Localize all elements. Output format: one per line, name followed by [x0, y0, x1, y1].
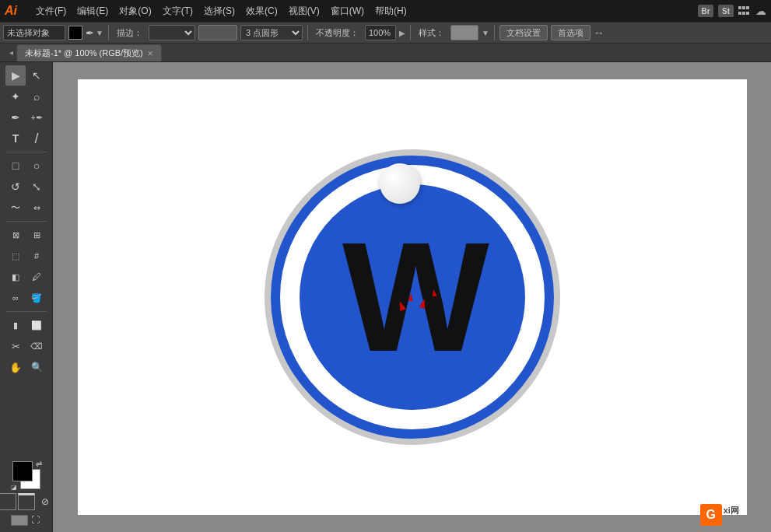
fill-color-swatch[interactable] [68, 26, 82, 40]
slice-tool[interactable]: ✂ [5, 336, 26, 356]
tool-row-1: ▶ ↖ [5, 65, 47, 86]
style-label: 样式： [415, 27, 447, 39]
artboard: W [78, 79, 747, 515]
stroke-mode[interactable] [18, 493, 35, 510]
tool-row-4: T / [5, 128, 47, 149]
fill-mode[interactable] [0, 493, 16, 510]
spark-2 [408, 293, 413, 301]
workspace-switcher[interactable] [738, 6, 751, 16]
menu-text[interactable]: 文字(T) [158, 3, 198, 19]
perspective-tool[interactable]: ⬚ [5, 246, 26, 266]
tool-row-14: ✋ 🔍 [5, 357, 47, 377]
eraser-tool[interactable]: ⌫ [26, 336, 47, 356]
menu-select[interactable]: 选择(S) [199, 3, 240, 19]
blend-tool[interactable]: ∞ [5, 288, 26, 308]
eyedropper-tool[interactable]: 🖊 [26, 267, 47, 287]
zoom-tool[interactable]: 🔍 [26, 357, 47, 377]
rect-tool[interactable]: □ [5, 156, 26, 176]
canvas-area: W G xi网 system.com [53, 62, 771, 532]
tool-row-7: 〜 ⇔ [5, 198, 47, 218]
menu-effect[interactable]: 效果(C) [241, 3, 282, 19]
main-area: ▶ ↖ ✦ ⌕ ✒ +✒ T / □ ○ ↺ ⤡ 〜 ⇔ ⊠ [0, 62, 771, 532]
cloud-icon[interactable]: ☁ [755, 5, 766, 17]
bridge-icon[interactable]: Br [698, 5, 713, 17]
color-boxes: ⇌ ◪ ⊘ ⛶ [0, 458, 57, 529]
menu-edit[interactable]: 编辑(E) [72, 3, 113, 19]
pen-options[interactable]: ✒ ▼ [86, 27, 103, 39]
width-tool[interactable]: ⇔ [26, 198, 47, 218]
menu-help[interactable]: 帮助(H) [370, 3, 412, 19]
stock-icon[interactable]: St [718, 5, 734, 17]
menu-view[interactable]: 视图(V) [284, 3, 324, 19]
mesh-tool[interactable]: # [26, 246, 47, 266]
title-bar: Ai 文件(F) 编辑(E) 对象(O) 文字(T) 选择(S) 效果(C) 视… [0, 0, 771, 22]
tool-separator-1 [6, 152, 47, 152]
logo-artwork: W [265, 149, 560, 445]
menu-bar: 文件(F) 编辑(E) 对象(O) 文字(T) 选择(S) 效果(C) 视图(V… [31, 3, 412, 19]
selection-tool[interactable]: ▶ [5, 65, 26, 86]
tab-label: 未标题-1* @ 100% (RGB/预览) [25, 47, 143, 59]
watermark-text: xi网 system.com [724, 505, 765, 525]
tool-row-6: ↺ ⤡ [5, 177, 47, 197]
foreground-color[interactable] [12, 461, 33, 481]
points-select[interactable]: 3 点圆形 [240, 25, 303, 40]
tab-bar: ◂ 未标题-1* @ 100% (RGB/预览) × [0, 44, 771, 62]
options-toolbar: ✒ ▼ 描边： 3 点圆形 不透明度： ▶ 样式： ▼ 文档设置 首选项 ↔ [0, 22, 771, 44]
free-transform-tool[interactable]: ⊠ [5, 225, 26, 245]
gradient-tool[interactable]: ◧ [5, 267, 26, 287]
title-right-icons: Br St ☁ [698, 5, 766, 17]
watermark-logo: G [700, 504, 722, 526]
type-tool[interactable]: T [5, 128, 26, 149]
warp-tool[interactable]: 〜 [5, 198, 26, 218]
selection-section [3, 25, 65, 40]
normal-mode-btn[interactable] [11, 515, 28, 526]
tool-separator-2 [6, 221, 47, 222]
style-arrow[interactable]: ▼ [482, 29, 489, 37]
style-input[interactable] [450, 25, 478, 40]
tool-row-5: □ ○ [5, 156, 47, 176]
preferences-button[interactable]: 首选项 [551, 25, 591, 40]
watermark-xi: xi网 [724, 505, 765, 516]
artboard-tool[interactable]: ⬜ [26, 315, 47, 335]
opacity-input[interactable] [365, 25, 396, 40]
magic-wand-tool[interactable]: ✦ [5, 86, 26, 107]
fg-bg-color-selector[interactable]: ⇌ ◪ [12, 461, 40, 489]
tool-row-2: ✦ ⌕ [5, 86, 47, 107]
toolbar-extra[interactable]: ↔ [594, 26, 605, 39]
menu-window[interactable]: 窗口(W) [326, 3, 369, 19]
selection-label[interactable] [3, 25, 65, 40]
lasso-tool[interactable]: ⌕ [26, 86, 47, 107]
stroke-select[interactable] [149, 25, 195, 40]
none-mode[interactable]: ⊘ [37, 493, 54, 510]
opacity-arrow[interactable]: ▶ [399, 29, 405, 37]
tool-row-8: ⊠ ⊞ [5, 225, 47, 245]
tool-row-11: ∞ 🪣 [5, 288, 47, 308]
default-colors-icon[interactable]: ◪ [11, 484, 17, 491]
rotate-tool[interactable]: ↺ [5, 177, 26, 197]
tool-row-12: ▮ ⬜ [5, 315, 47, 335]
doc-settings-button[interactable]: 文档设置 [499, 25, 548, 40]
tab-close-button[interactable]: × [148, 48, 153, 59]
menu-file[interactable]: 文件(F) [31, 3, 71, 19]
scale-tool[interactable]: ⤡ [26, 177, 47, 197]
column-graph-tool[interactable]: ▮ [5, 315, 26, 335]
fullscreen-mode-btn[interactable]: ⛶ [31, 515, 42, 526]
spark-4 [431, 289, 436, 297]
line-tool[interactable]: / [26, 128, 47, 149]
live-paint-tool[interactable]: 🪣 [26, 288, 47, 308]
pen-tool[interactable]: ✒ [5, 107, 26, 128]
tool-row-9: ⬚ # [5, 246, 47, 266]
add-anchor-tool[interactable]: +✒ [26, 107, 47, 128]
stroke-value[interactable] [198, 25, 237, 40]
tool-row-10: ◧ 🖊 [5, 267, 47, 287]
watermark: G xi网 system.com [700, 504, 765, 526]
swap-colors-icon[interactable]: ⇌ [36, 460, 42, 468]
shape-builder-tool[interactable]: ⊞ [26, 225, 47, 245]
direct-selection-tool[interactable]: ↖ [26, 65, 47, 86]
tool-separator-3 [6, 311, 47, 312]
tab-scroll-left[interactable]: ◂ [6, 48, 16, 57]
menu-object[interactable]: 对象(O) [114, 3, 156, 19]
document-tab[interactable]: 未标题-1* @ 100% (RGB/预览) × [16, 44, 162, 61]
ellipse-tool[interactable]: ○ [26, 156, 47, 176]
hand-tool[interactable]: ✋ [5, 357, 26, 377]
